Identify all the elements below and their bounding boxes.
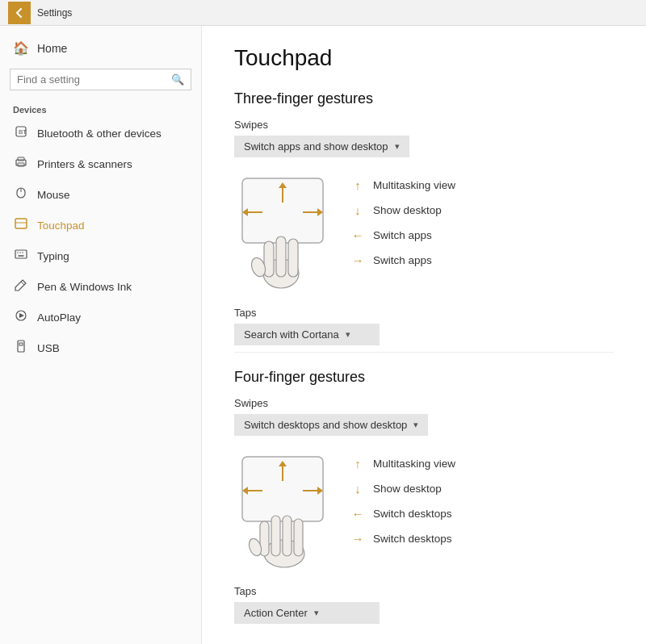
printers-icon xyxy=(13,156,29,172)
sidebar-item-label-autoplay: AutoPlay xyxy=(37,312,81,324)
titlebar-title: Settings xyxy=(37,7,72,19)
sidebar-item-label-usb: USB xyxy=(37,342,60,354)
svg-rect-42 xyxy=(294,519,303,556)
svg-rect-9 xyxy=(15,250,27,258)
sidebar-item-autoplay[interactable]: AutoPlay xyxy=(0,302,201,332)
search-icon: 🔍 xyxy=(171,73,184,86)
sidebar-item-touchpad[interactable]: Touchpad xyxy=(0,210,201,240)
sidebar: 🏠 Home 🔍 Devices BT Bluetooth & other de… xyxy=(0,26,202,644)
sidebar-search-box[interactable]: 🔍 xyxy=(10,69,191,90)
four-finger-options: ↑ Multitasking view ↓ Show desktop ← Swi… xyxy=(350,449,455,546)
arrow-right-icon-four: → xyxy=(350,532,365,546)
chevron-down-icon-taps: ▾ xyxy=(346,329,350,340)
sidebar-item-pen[interactable]: Pen & Windows Ink xyxy=(0,271,201,302)
three-finger-illustration xyxy=(234,170,331,294)
four-gesture-option-right: → Switch desktops xyxy=(350,532,455,546)
svg-line-14 xyxy=(21,282,24,285)
pen-icon xyxy=(13,278,29,295)
gesture-option-label-0: Multitasking view xyxy=(373,179,455,191)
sidebar-item-typing[interactable]: Typing xyxy=(0,240,201,271)
svg-rect-7 xyxy=(15,219,27,228)
arrow-up-icon: ↑ xyxy=(350,178,365,192)
four-gesture-option-down: ↓ Show desktop xyxy=(350,482,455,496)
sidebar-item-usb[interactable]: USB xyxy=(0,332,201,363)
arrow-down-icon: ↓ xyxy=(350,203,365,217)
content-area: Touchpad Three-finger gestures Swipes Sw… xyxy=(202,26,646,644)
arrow-left-icon: ← xyxy=(350,228,365,242)
svg-rect-41 xyxy=(283,516,292,556)
three-finger-section: Three-finger gestures Swipes Switch apps… xyxy=(234,90,614,345)
three-swipes-label: Swipes xyxy=(234,119,614,131)
four-finger-section: Four-finger gestures Swipes Switch deskt… xyxy=(234,369,614,624)
svg-text:BT: BT xyxy=(19,128,27,136)
four-gesture-option-left: ← Switch desktops xyxy=(350,507,455,521)
svg-marker-16 xyxy=(19,313,24,318)
bluetooth-icon: BT xyxy=(13,125,29,141)
search-input[interactable] xyxy=(17,73,171,86)
sidebar-item-label-bluetooth: Bluetooth & other devices xyxy=(37,128,162,140)
four-gesture-option-up: ↑ Multitasking view xyxy=(350,457,455,470)
gesture-option-right: → Switch apps xyxy=(350,253,455,267)
chevron-down-icon-four-taps: ▾ xyxy=(314,608,319,618)
four-swipes-dropdown[interactable]: Switch desktops and show desktop ▾ xyxy=(234,414,428,436)
section-divider xyxy=(234,352,614,353)
autoplay-icon xyxy=(13,309,29,325)
sidebar-item-printers[interactable]: Printers & scanners xyxy=(0,148,201,179)
sidebar-item-label-typing: Typing xyxy=(37,250,69,262)
arrow-left-icon-four: ← xyxy=(350,507,365,521)
typing-icon xyxy=(13,248,29,264)
sidebar-item-label-printers: Printers & scanners xyxy=(37,158,132,170)
arrow-down-icon-four: ↓ xyxy=(350,482,365,496)
titlebar: Settings xyxy=(0,0,646,26)
three-taps-label: Taps xyxy=(234,307,614,319)
three-finger-options: ↑ Multitasking view ↓ Show desktop ← Swi… xyxy=(350,170,455,267)
sidebar-item-home[interactable]: 🏠 Home xyxy=(0,32,201,64)
four-taps-label: Taps xyxy=(234,585,614,597)
svg-rect-18 xyxy=(19,343,23,345)
chevron-down-icon-four: ▾ xyxy=(413,420,418,430)
sidebar-item-label-touchpad: Touchpad xyxy=(37,220,85,232)
mouse-icon xyxy=(13,186,29,203)
four-gesture-option-label-0: Multitasking view xyxy=(373,458,455,470)
sidebar-item-label-pen: Pen & Windows Ink xyxy=(37,281,132,293)
arrow-right-icon: → xyxy=(350,253,365,267)
main-layout: 🏠 Home 🔍 Devices BT Bluetooth & other de… xyxy=(0,26,646,644)
svg-rect-40 xyxy=(271,516,280,556)
back-button[interactable] xyxy=(8,2,31,24)
svg-rect-29 xyxy=(288,239,298,277)
four-gesture-option-label-3: Switch desktops xyxy=(373,533,452,545)
chevron-down-icon: ▾ xyxy=(395,141,400,152)
three-finger-title: Three-finger gestures xyxy=(234,90,614,107)
four-swipes-label: Swipes xyxy=(234,397,614,409)
four-finger-gesture-area: ↑ Multitasking view ↓ Show desktop ← Swi… xyxy=(234,449,614,572)
four-gesture-option-label-2: Switch desktops xyxy=(373,508,452,520)
svg-rect-17 xyxy=(18,341,24,352)
three-taps-dropdown[interactable]: Search with Cortana ▾ xyxy=(234,324,380,345)
usb-icon xyxy=(13,340,29,356)
gesture-option-label-3: Switch apps xyxy=(373,254,432,266)
gesture-option-left: ← Switch apps xyxy=(350,228,455,242)
home-icon: 🏠 xyxy=(13,40,29,56)
three-finger-gesture-area: ↑ Multitasking view ↓ Show desktop ← Swi… xyxy=(234,170,614,294)
sidebar-item-bluetooth[interactable]: BT Bluetooth & other devices xyxy=(0,118,201,148)
touchpad-icon xyxy=(13,217,29,233)
four-finger-illustration xyxy=(234,449,331,572)
sidebar-section-label: Devices xyxy=(0,100,201,118)
four-taps-dropdown[interactable]: Action Center ▾ xyxy=(234,602,380,624)
svg-rect-28 xyxy=(276,236,286,277)
arrow-up-icon-four: ↑ xyxy=(350,457,365,470)
page-title: Touchpad xyxy=(234,45,614,71)
home-label: Home xyxy=(37,42,67,55)
gesture-option-down: ↓ Show desktop xyxy=(350,203,455,217)
sidebar-item-label-mouse: Mouse xyxy=(37,189,70,201)
four-finger-title: Four-finger gestures xyxy=(234,369,614,386)
four-gesture-option-label-1: Show desktop xyxy=(373,483,442,495)
gesture-option-up: ↑ Multitasking view xyxy=(350,178,455,192)
sidebar-item-mouse[interactable]: Mouse xyxy=(0,179,201,210)
gesture-option-label-2: Switch apps xyxy=(373,229,432,241)
gesture-option-label-1: Show desktop xyxy=(373,204,442,216)
three-swipes-dropdown[interactable]: Switch apps and show desktop ▾ xyxy=(234,136,409,157)
